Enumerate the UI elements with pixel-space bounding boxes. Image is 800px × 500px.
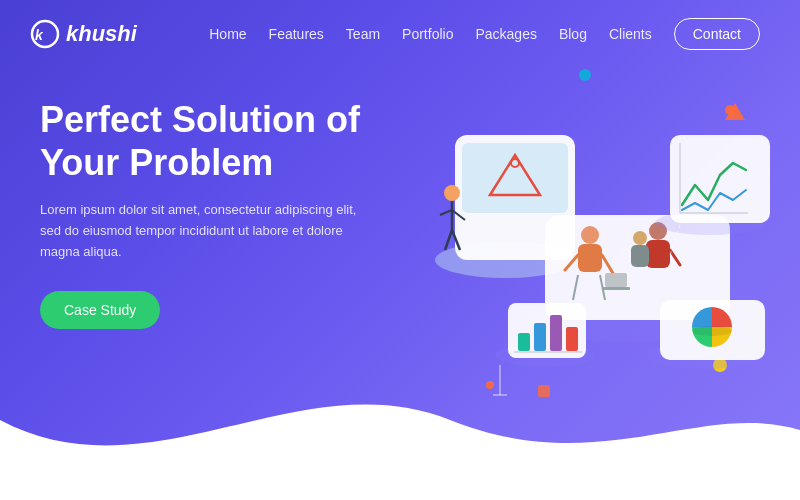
logo-icon: k [30, 19, 60, 49]
nav-item-features[interactable]: Features [269, 25, 324, 43]
svg-rect-24 [578, 244, 602, 272]
nav-item-portfolio[interactable]: Portfolio [402, 25, 453, 43]
hero-illustration [390, 55, 770, 415]
svg-rect-34 [631, 245, 649, 267]
illustration-svg [390, 55, 770, 415]
svg-point-33 [633, 231, 647, 245]
svg-line-19 [445, 230, 452, 250]
logo[interactable]: k khushi [30, 19, 137, 49]
svg-rect-9 [538, 385, 550, 397]
nav-item-team[interactable]: Team [346, 25, 380, 43]
svg-point-23 [581, 226, 599, 244]
svg-rect-30 [646, 240, 670, 268]
svg-rect-44 [534, 323, 546, 351]
hero-title: Perfect Solution of Your Problem [40, 98, 360, 184]
case-study-button[interactable]: Case Study [40, 291, 160, 329]
svg-line-18 [440, 210, 452, 215]
svg-rect-45 [550, 315, 562, 351]
nav-item-clients[interactable]: Clients [609, 25, 652, 43]
svg-point-5 [486, 381, 494, 389]
contact-button[interactable]: Contact [674, 18, 760, 50]
svg-rect-38 [670, 135, 770, 223]
nav-links: Home Features Team Portfolio Packages Bl… [209, 18, 760, 50]
logo-text: khushi [66, 21, 137, 47]
svg-rect-46 [566, 327, 578, 351]
svg-point-50 [692, 326, 732, 336]
hero-description: Lorem ipsum dolor sit amet, consectetur … [40, 200, 360, 262]
nav-item-packages[interactable]: Packages [475, 25, 536, 43]
svg-rect-43 [518, 333, 530, 351]
nav-item-blog[interactable]: Blog [559, 25, 587, 43]
hero-content: Perfect Solution of Your Problem Lorem i… [0, 68, 400, 329]
nav-item-home[interactable]: Home [209, 25, 246, 43]
svg-rect-27 [605, 273, 627, 287]
svg-rect-28 [602, 287, 630, 290]
svg-text:k: k [35, 27, 44, 43]
svg-point-15 [444, 185, 460, 201]
svg-point-2 [579, 69, 591, 81]
nav-item-contact[interactable]: Contact [674, 18, 760, 50]
